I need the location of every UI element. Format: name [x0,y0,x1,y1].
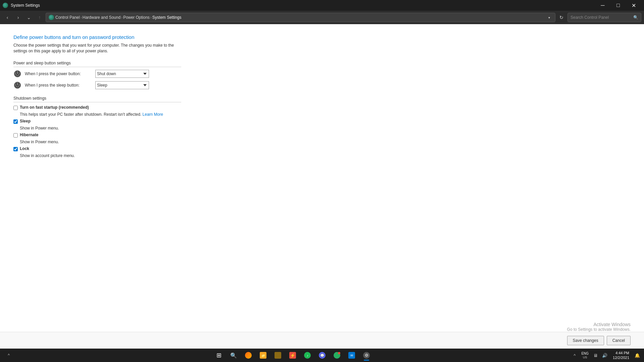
taskbar-files[interactable]: 📁 [256,349,270,361]
hibernate-row: Hibernate [13,133,631,138]
address-dropdown-button[interactable]: ▾ [546,14,552,21]
tray-volume[interactable]: 🔊 [601,351,609,359]
shutdown-section-header: Shutdown settings [13,96,181,102]
minimize-button[interactable]: ─ [595,0,610,11]
clock-date: 12/2/2021 [613,355,629,360]
forward-button[interactable]: › [13,13,23,22]
tray-chevron[interactable]: ^ [571,351,579,359]
learn-more-link[interactable]: Learn More [143,112,163,117]
bottom-bar: Save changes Cancel [0,332,644,349]
tray-network[interactable]: 🖥 [591,351,599,359]
lock-checkbox[interactable] [13,147,18,151]
lock-desc: Show in account picture menu. [20,153,631,158]
power-button-row: When I press the power button: Do nothin… [13,70,631,78]
taskbar-app5[interactable]: ⚡ [286,349,299,361]
navigation-bar: ‹ › ⌄ ↑ Control Panel › Hardware and Sou… [0,11,644,24]
dropdown-button[interactable]: ⌄ [24,13,34,22]
power-button-dropdown[interactable]: Do nothing Sleep Hibernate Shut down Tur… [95,70,149,78]
sleep-button-label: When I press the sleep button: [25,83,92,88]
taskbar-app4[interactable] [271,349,285,361]
taskbar-search[interactable]: 🔍 [227,349,240,361]
refresh-button[interactable]: ↻ [557,13,566,22]
notification-icon[interactable]: 🔔 [633,351,641,359]
maximize-button[interactable]: □ [610,0,626,11]
power-section-header: Power and sleep button settings [13,61,181,67]
breadcrumb: Control Panel › Hardware and Sound › Pow… [55,15,544,20]
taskbar-left: ^ [3,349,15,361]
fast-startup-row: Turn on fast startup (recommended) [13,105,631,110]
taskbar-discord[interactable]: 💬 [315,349,329,361]
breadcrumb-power-options[interactable]: Power Options [123,15,150,20]
main-content: Define power buttons and turn on passwor… [0,24,644,349]
sleep-label[interactable]: Sleep [20,119,31,123]
cancel-button[interactable]: Cancel [607,336,631,345]
taskbar-center: ⊞ 🔍 📁 ⚡ ♪ 💬 [15,349,571,361]
system-clock[interactable]: 4:44 PM 12/2/2021 [610,351,632,360]
lock-label[interactable]: Lock [20,146,29,151]
clock-time: 4:44 PM [613,351,629,355]
taskbar-spotify[interactable]: ♪ [301,349,314,361]
fast-startup-label[interactable]: Turn on fast startup (recommended) [20,105,89,110]
fast-startup-desc: This helps start your PC faster after sh… [20,112,631,117]
taskbar-firefox[interactable] [242,349,255,361]
taskbar: ^ ⊞ 🔍 📁 ⚡ ♪ 💬 [0,349,644,362]
power-button-icon [13,70,21,78]
address-icon [49,15,54,20]
title-bar: System Settings ─ □ ✕ [0,0,644,11]
page-title: Define power buttons and turn on passwor… [13,34,631,40]
close-button[interactable]: ✕ [626,0,641,11]
search-box[interactable]: 🔍 [567,13,641,22]
title-bar-text: System Settings [11,3,592,8]
taskbar-right: ^ ENG US 🖥 🔊 4:44 PM 12/2/2021 🔔 [571,351,641,360]
fast-startup-checkbox[interactable] [13,106,18,110]
search-icon[interactable]: 🔍 [633,15,638,20]
breadcrumb-hardware-sound[interactable]: Hardware and Sound [83,15,120,20]
sleep-checkbox[interactable] [13,119,18,124]
window-controls: ─ □ ✕ [595,0,641,11]
sleep-button-icon [13,81,21,89]
lock-row: Lock [13,146,631,151]
hibernate-desc: Show in Power menu. [20,140,631,144]
taskbar-settings[interactable]: ⚙ [360,349,373,361]
language-indicator[interactable]: ENG US [580,352,590,359]
power-button-label: When I press the power button: [25,71,92,76]
page-subtitle: Choose the power settings that you want … [13,43,181,54]
taskbar-chevron[interactable]: ^ [3,349,15,361]
back-button[interactable]: ‹ [3,13,12,22]
shutdown-section: Shutdown settings Turn on fast startup (… [13,96,631,158]
address-bar: Control Panel › Hardware and Sound › Pow… [46,13,555,22]
breadcrumb-current: System Settings [152,15,182,20]
app-icon [3,3,8,8]
taskbar-app8[interactable] [330,349,344,361]
start-button[interactable]: ⊞ [212,349,226,361]
sleep-desc: Show in Power menu. [20,126,631,131]
sleep-button-dropdown[interactable]: Do nothing Sleep Hibernate Shut down Tur… [95,81,149,89]
taskbar-mail[interactable]: ✉ [345,349,358,361]
sleep-button-row: When I press the sleep button: Do nothin… [13,81,631,89]
save-changes-button[interactable]: Save changes [567,336,604,345]
search-input[interactable] [571,15,632,20]
hibernate-label[interactable]: Hibernate [20,133,38,137]
hibernate-checkbox[interactable] [13,133,18,138]
sleep-row: Sleep [13,119,631,124]
up-button[interactable]: ↑ [35,13,44,22]
breadcrumb-control-panel[interactable]: Control Panel [55,15,80,20]
